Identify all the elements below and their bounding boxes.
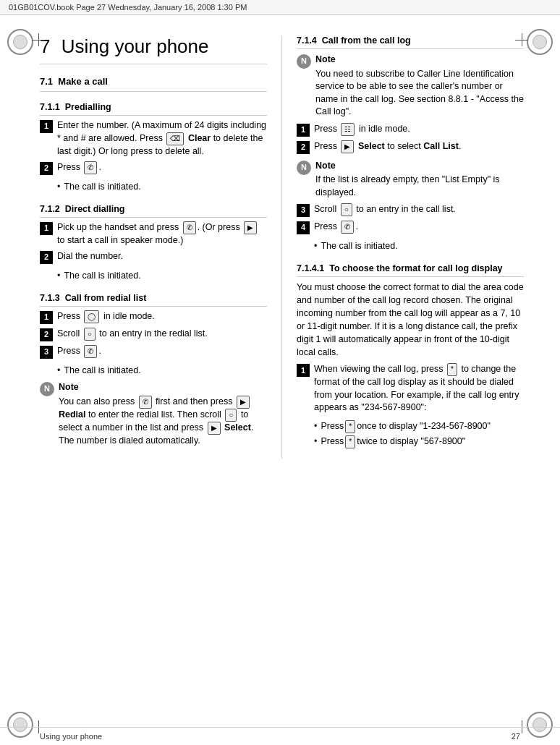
list-item: 3 Press ✆.: [40, 345, 267, 359]
section-714-list2: 3 Scroll ○ to an entry in the call list.…: [297, 203, 524, 234]
list-item: 2 Scroll ○ to an entry in the redial lis…: [40, 328, 267, 341]
section-713-list: 1 Press ◯ in idle mode. 2 Scroll ○ to an…: [40, 310, 267, 359]
bullet-call-initiated-712: The call is initiated.: [57, 270, 267, 283]
left-column: 7 Using your phone 7.1 Make a call 7.1.1…: [40, 35, 282, 459]
crosshair-tr: [515, 33, 528, 46]
bullet-call-initiated-713: The call is initiated.: [57, 365, 267, 378]
section-714: 7.1.4 Call from the call log N Note You …: [297, 35, 524, 253]
list-item: 3 Scroll ○ to an entry in the call list.: [297, 203, 524, 217]
list-item: 1 When viewing the call log, press * to …: [297, 363, 524, 414]
star-key: *: [447, 363, 457, 376]
list-item: 2 Dial the number.: [40, 250, 267, 264]
right-column: 7.1.4 Call from the call log N Note You …: [282, 35, 524, 459]
list-item: 1 Press ☷ in idle mode.: [297, 123, 524, 137]
note-714-1: N Note You need to subscribe to Caller L…: [297, 54, 524, 119]
note-713: N Note You can also press ✆ first and th…: [40, 381, 267, 447]
section-714-list1: 1 Press ☷ in idle mode. 2 Press ▶ Select…: [297, 123, 524, 154]
star-key-3: *: [345, 435, 355, 448]
select-key-714: ▶: [341, 140, 354, 153]
speaker-key: ▶: [244, 221, 257, 234]
section-713-title: 7.1.3 Call from redial list: [40, 293, 267, 307]
section-712-list: 1 Pick up the handset and press ✆. (Or p…: [40, 221, 267, 265]
section-71-title: 7.1 Make a call: [40, 76, 267, 92]
section-7141: 7.1.4.1 To choose the format for call lo…: [297, 263, 524, 448]
select-key-note2: ▶: [208, 422, 221, 435]
phone-key-note: ✆: [139, 396, 152, 409]
corner-decoration-tr: [527, 29, 553, 55]
footer-left: Using your phone: [40, 732, 102, 741]
chapter-title: 7 Using your phone: [40, 35, 267, 64]
main-content: 7 Using your phone 7.1 Make a call 7.1.1…: [0, 21, 560, 473]
header-text: 01GB01COV.book Page 27 Wednesday, Januar…: [9, 3, 247, 12]
bullet-call-initiated-714: The call is initiated.: [314, 240, 524, 253]
page-header: 01GB01COV.book Page 27 Wednesday, Januar…: [0, 0, 560, 15]
bullet-7141-1: Press * once to display "1-234-567-8900": [314, 420, 524, 433]
section-71: 7.1 Make a call: [40, 76, 267, 92]
clear-key: ⌫: [166, 132, 184, 145]
select-key-note: ▶: [237, 396, 250, 409]
note-714-2: N Note If the list is already empty, the…: [297, 160, 524, 200]
list-item: 1 Enter the number. (A maximum of 24 dig…: [40, 119, 267, 158]
section-712-title: 7.1.2 Direct dialling: [40, 204, 267, 218]
section-714-title: 7.1.4 Call from the call log: [297, 35, 524, 49]
calllog-key: ☷: [341, 123, 355, 136]
list-item: 4 Press ✆.: [297, 221, 524, 234]
call-key-2: ✆: [84, 345, 97, 358]
bullet-7141-2: Press * twice to display "567-8900": [314, 435, 524, 448]
scroll-key: ○: [84, 328, 96, 341]
crosshair-tl: [32, 33, 45, 46]
section-7141-list: 1 When viewing the call log, press * to …: [297, 363, 524, 414]
corner-decoration-tl: [7, 29, 33, 55]
section-711: 7.1.1 Predialling 1 Enter the number. (A…: [40, 102, 267, 194]
list-item: 2 Press ✆.: [40, 161, 267, 175]
section-711-title: 7.1.1 Predialling: [40, 102, 267, 116]
list-item: 1 Press ◯ in idle mode.: [40, 310, 267, 324]
section-7141-body: You must choose the correct format to di…: [297, 281, 524, 359]
handset-key: ✆: [183, 221, 196, 234]
list-item: 2 Press ▶ Select to select Call List.: [297, 140, 524, 154]
scroll-key-714: ○: [341, 203, 352, 216]
redial-key: ◯: [84, 310, 99, 323]
section-711-list: 1 Enter the number. (A maximum of 24 dig…: [40, 119, 267, 175]
call-key: ✆: [84, 161, 97, 174]
section-713: 7.1.3 Call from redial list 1 Press ◯ in…: [40, 293, 267, 448]
star-key-2: *: [345, 420, 355, 433]
call-key-714: ✆: [341, 221, 354, 234]
scroll-key-note: ○: [225, 409, 237, 422]
page-footer: Using your phone 27: [0, 727, 560, 745]
footer-right: 27: [512, 732, 520, 741]
list-item: 1 Pick up the handset and press ✆. (Or p…: [40, 221, 267, 247]
bullet-call-initiated-711: The call is initiated.: [57, 181, 267, 194]
section-7141-title: 7.1.4.1 To choose the format for call lo…: [297, 263, 524, 277]
section-712: 7.1.2 Direct dialling 1 Pick up the hand…: [40, 204, 267, 283]
